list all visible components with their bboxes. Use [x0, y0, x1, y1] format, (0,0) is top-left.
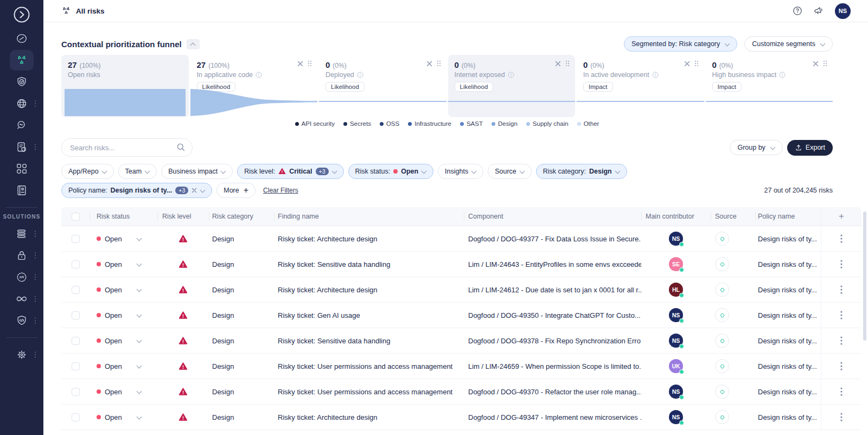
- component-cell[interactable]: Lim / LIM-24659 - When permission Scope …: [464, 354, 641, 379]
- filter-chip[interactable]: Business impact: [161, 164, 233, 179]
- clear-filter-icon[interactable]: [192, 188, 197, 193]
- submenu-dots-icon[interactable]: [34, 100, 36, 107]
- column-header-source[interactable]: Source: [711, 207, 755, 226]
- source-icon[interactable]: [715, 257, 729, 271]
- policy-name-cell[interactable]: Design risks of ty...: [755, 405, 821, 430]
- finding-name-cell[interactable]: Risky ticket: Gen AI usage: [274, 303, 464, 328]
- submenu-dots-icon[interactable]: [34, 317, 36, 324]
- table-row[interactable]: Open Design Risky ticket: Architecture d…: [61, 226, 861, 252]
- sidebar-item-workflows[interactable]: [0, 158, 43, 180]
- funnel-segment[interactable]: 27 (100%) In applicative code Likelihood: [190, 55, 318, 117]
- filter-chip[interactable]: Team: [118, 164, 157, 179]
- risk-status-cell[interactable]: Open: [90, 379, 157, 404]
- sidebar-item-governance[interactable]: [0, 71, 43, 93]
- component-cell[interactable]: Dogfood / DOG-49370 - Refactor the user …: [464, 379, 641, 404]
- filter-chip[interactable]: Policy name: Design risks of ty... +3: [61, 183, 212, 198]
- chevron-down-icon[interactable]: [137, 287, 142, 292]
- row-menu-button[interactable]: [838, 411, 845, 424]
- component-cell[interactable]: Lim / LIM-24612 - Due date is set to jan…: [464, 277, 641, 302]
- filter-chip[interactable]: Risk category: Design: [536, 164, 627, 179]
- column-header-risk-level[interactable]: Risk level: [157, 207, 209, 226]
- funnel-segment[interactable]: 27 (100%) Open risks: [61, 55, 189, 117]
- app-logo-icon[interactable]: [12, 5, 31, 24]
- filter-chip[interactable]: Risk level: Critical +3: [237, 164, 343, 179]
- contributor-avatar[interactable]: NS: [669, 232, 683, 246]
- column-header-main-contributor[interactable]: Main contributor: [641, 207, 711, 226]
- source-icon[interactable]: [715, 385, 729, 399]
- remove-segment-icon[interactable]: [555, 61, 561, 67]
- source-icon[interactable]: [715, 308, 729, 322]
- chevron-down-icon[interactable]: [137, 389, 142, 394]
- info-icon[interactable]: [508, 72, 514, 78]
- export-button[interactable]: Export: [787, 140, 833, 156]
- sidebar-item-supply-chain[interactable]: [0, 223, 43, 245]
- chevron-down-icon[interactable]: [137, 262, 142, 266]
- column-header-finding-name[interactable]: Finding name: [274, 207, 464, 226]
- component-cell[interactable]: Dogfood / DOG-49350 - Integrate ChatGPT …: [464, 303, 641, 328]
- sidebar-item-pipeline[interactable]: [0, 288, 43, 310]
- source-icon[interactable]: [715, 410, 729, 424]
- component-cell[interactable]: Dogfood / DOG-49377 - Fix Data Loss Issu…: [464, 226, 641, 251]
- finding-name-cell[interactable]: Risky ticket: Architecture design: [274, 405, 464, 430]
- filter-chip[interactable]: Source: [488, 164, 532, 179]
- chevron-down-icon[interactable]: [137, 364, 142, 368]
- row-checkbox[interactable]: [72, 362, 80, 370]
- row-menu-button[interactable]: [838, 283, 845, 296]
- finding-name-cell[interactable]: Risky ticket: Sensitive data handling: [274, 328, 464, 353]
- remove-segment-icon[interactable]: [426, 61, 432, 67]
- component-cell[interactable]: Lim / LIM-24643 - EntityProfiles in some…: [464, 252, 641, 277]
- funnel-segment[interactable]: 0 (0%) Internet exposed Likelihood: [448, 55, 576, 117]
- risk-status-cell[interactable]: Open: [90, 277, 157, 302]
- filter-chip[interactable]: App/Repo: [61, 164, 114, 179]
- customize-segments-dropdown[interactable]: Customize segments: [744, 36, 833, 52]
- filter-chip[interactable]: Insights: [438, 164, 483, 179]
- contributor-avatar[interactable]: HL: [669, 283, 683, 297]
- risk-status-cell[interactable]: Open: [90, 226, 157, 251]
- table-row[interactable]: Open Design Risky ticket: Sensitive data…: [61, 252, 861, 277]
- column-header-risk-status[interactable]: Risk status: [90, 207, 157, 226]
- submenu-dots-icon[interactable]: [34, 252, 36, 259]
- sidebar-item-teams[interactable]: [0, 180, 43, 201]
- remove-segment-icon[interactable]: [813, 61, 819, 67]
- drag-handle-icon[interactable]: [565, 60, 570, 67]
- source-icon[interactable]: [715, 359, 729, 373]
- component-cell[interactable]: Dogfood / DOG-49347 - Implement new micr…: [464, 405, 641, 430]
- user-avatar[interactable]: NS: [835, 3, 851, 19]
- row-menu-button[interactable]: [838, 360, 845, 373]
- sidebar-item-api-security[interactable]: API: [0, 266, 43, 288]
- help-icon[interactable]: [792, 5, 803, 16]
- info-icon[interactable]: [357, 72, 363, 78]
- policy-name-cell[interactable]: Design risks of ty...: [755, 303, 821, 328]
- contributor-avatar[interactable]: NS: [669, 308, 683, 322]
- chevron-down-icon[interactable]: [137, 313, 142, 317]
- risk-status-cell[interactable]: Open: [90, 328, 157, 353]
- table-row[interactable]: Open Design Risky ticket: Sensitive data…: [61, 328, 861, 354]
- policy-name-cell[interactable]: Design risks of ty...: [755, 379, 821, 404]
- policy-name-cell[interactable]: Design risks of ty...: [755, 277, 821, 302]
- sidebar-item-all-risks[interactable]: [0, 49, 43, 71]
- submenu-dots-icon[interactable]: [34, 231, 36, 237]
- table-row[interactable]: Open Design Risky ticket: User permissio…: [61, 379, 861, 405]
- source-icon[interactable]: [715, 283, 729, 297]
- announcements-icon[interactable]: [813, 5, 825, 17]
- row-checkbox[interactable]: [72, 286, 80, 294]
- sidebar-item-explorer[interactable]: [0, 114, 43, 136]
- info-icon[interactable]: [256, 72, 262, 78]
- collapse-funnel-button[interactable]: [187, 39, 200, 49]
- finding-name-cell[interactable]: Risky ticket: User permissions and acces…: [274, 354, 464, 379]
- row-checkbox[interactable]: [72, 337, 80, 345]
- column-header-component[interactable]: Component: [464, 207, 641, 226]
- row-checkbox[interactable]: [72, 260, 80, 268]
- funnel-segment[interactable]: 0 (0%) High business impact Impact: [706, 55, 833, 117]
- chevron-down-icon[interactable]: [137, 236, 142, 241]
- sidebar-item-settings[interactable]: [0, 344, 43, 366]
- finding-name-cell[interactable]: Risky ticket: Architecture design: [274, 277, 464, 302]
- table-row[interactable]: Open Design Risky ticket: Gen AI usage D…: [61, 303, 861, 328]
- source-icon[interactable]: [715, 334, 729, 348]
- submenu-dots-icon[interactable]: [34, 274, 36, 280]
- drag-handle-icon[interactable]: [694, 60, 699, 67]
- policy-name-cell[interactable]: Design risks of ty...: [755, 328, 821, 353]
- row-checkbox[interactable]: [72, 311, 80, 319]
- row-checkbox[interactable]: [72, 388, 80, 396]
- submenu-dots-icon[interactable]: [34, 144, 36, 150]
